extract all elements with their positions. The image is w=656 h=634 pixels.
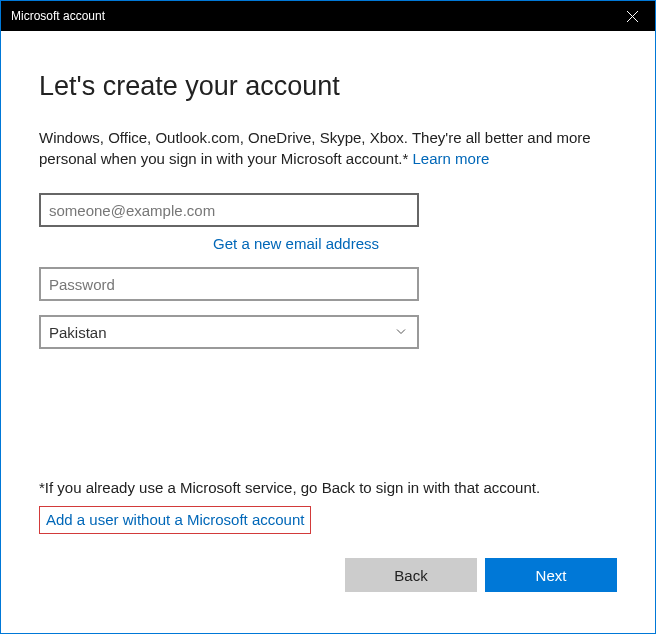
titlebar: Microsoft account [1, 1, 655, 31]
next-button[interactable]: Next [485, 558, 617, 592]
form [39, 193, 419, 241]
button-row: Back Next [39, 558, 617, 592]
get-new-email-link[interactable]: Get a new email address [213, 235, 419, 252]
country-select[interactable]: Pakistan [39, 315, 419, 349]
page-title: Let's create your account [39, 71, 617, 102]
close-button[interactable] [610, 1, 655, 31]
password-field[interactable] [39, 267, 419, 301]
email-field[interactable] [39, 193, 419, 227]
country-value: Pakistan [49, 324, 107, 341]
back-button[interactable]: Back [345, 558, 477, 592]
content-area: Let's create your account Windows, Offic… [1, 31, 655, 612]
form [39, 267, 419, 315]
window-title: Microsoft account [11, 9, 105, 23]
description: Windows, Office, Outlook.com, OneDrive, … [39, 128, 617, 169]
alt-link-highlight: Add a user without a Microsoft account [39, 506, 311, 534]
add-user-without-account-link[interactable]: Add a user without a Microsoft account [46, 511, 304, 528]
close-icon [627, 11, 638, 22]
footnote: *If you already use a Microsoft service,… [39, 479, 617, 496]
chevron-down-icon [395, 324, 407, 341]
description-text: Windows, Office, Outlook.com, OneDrive, … [39, 129, 591, 167]
learn-more-link[interactable]: Learn more [413, 150, 490, 167]
